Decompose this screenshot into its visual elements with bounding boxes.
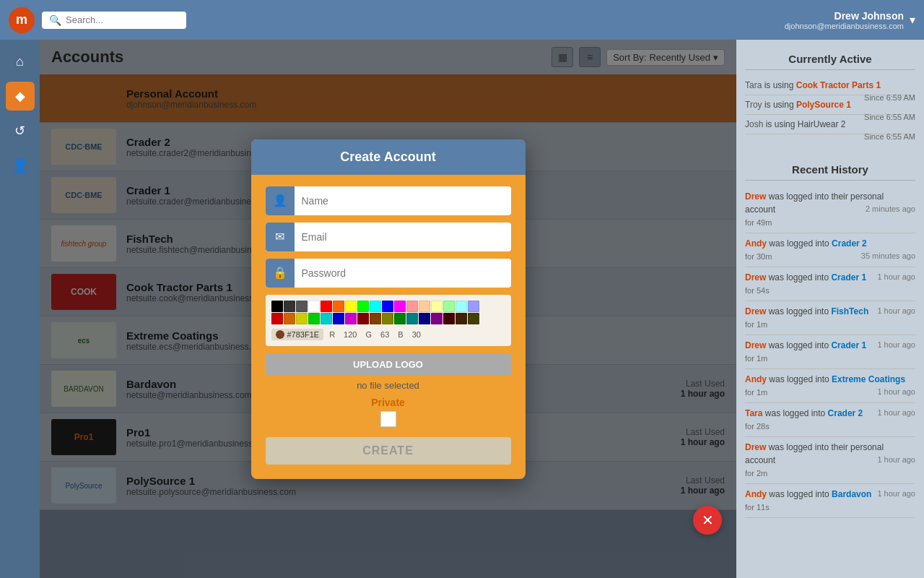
color-swatch[interactable] [333, 313, 344, 324]
app-logo[interactable]: m [9, 7, 35, 33]
history-item: Andy was logged into Bardavon 1 hour ago… [745, 484, 915, 518]
color-swatch[interactable] [271, 313, 283, 324]
history-time: 1 hour ago [877, 407, 915, 419]
modal-overlay: Create Account 👤 ✉ 🔒 [40, 40, 736, 578]
g-value: 63 [380, 330, 389, 339]
right-panel: Currently Active Tara is using Cook Trac… [736, 40, 924, 578]
history-person: Andy [745, 374, 767, 384]
history-item: Andy was logged into Crader 2 35 minutes… [745, 233, 915, 267]
currently-active-section: Currently Active Tara is using Cook Trac… [736, 40, 924, 150]
color-swatch[interactable] [370, 301, 381, 312]
history-person: Drew [745, 442, 766, 452]
color-swatch[interactable] [333, 301, 344, 312]
create-button[interactable]: CREATE [266, 437, 511, 465]
history-person: Drew [745, 340, 766, 350]
r-label: R [329, 330, 335, 339]
history-duration: for 11s [745, 503, 770, 512]
color-swatch[interactable] [468, 301, 479, 312]
history-person: Andy [745, 489, 767, 499]
color-swatch[interactable] [284, 301, 295, 312]
b-value: 30 [412, 330, 421, 339]
active-since: Since 6:55 AM [864, 131, 915, 143]
name-field[interactable] [295, 188, 511, 214]
password-field[interactable] [295, 260, 511, 286]
color-swatch[interactable] [345, 313, 357, 324]
color-swatch[interactable] [406, 301, 418, 312]
color-swatch[interactable] [370, 313, 381, 324]
color-swatch[interactable] [382, 301, 393, 312]
history-account: Extreme Coatings [832, 374, 905, 384]
navbar-right: Drew Johnson djohnson@meridianbusiness.c… [785, 10, 915, 30]
color-swatch[interactable] [443, 313, 455, 324]
color-swatch[interactable] [468, 313, 479, 324]
close-icon: ✕ [702, 512, 714, 529]
color-swatch[interactable] [321, 313, 332, 324]
color-swatch[interactable] [284, 313, 295, 324]
color-grid [271, 301, 505, 324]
no-file-text: no file selected [266, 380, 511, 391]
private-checkbox[interactable] [380, 411, 396, 427]
color-swatch[interactable] [308, 301, 320, 312]
color-swatch[interactable] [394, 313, 406, 324]
active-user: Troy [745, 100, 762, 110]
user-email: djohnson@meridianbusiness.com [785, 22, 904, 30]
history-account: FishTech [831, 306, 868, 316]
color-swatch[interactable] [419, 301, 430, 312]
color-swatch[interactable] [456, 301, 467, 312]
navbar: m 🔍 Drew Johnson djohnson@meridianbusine… [0, 0, 924, 40]
history-item: Drew was logged into their personal acco… [745, 437, 915, 484]
history-time: 1 hour ago [877, 488, 915, 500]
search-input[interactable] [66, 14, 179, 25]
color-swatch[interactable] [321, 301, 332, 312]
create-account-modal: Create Account 👤 ✉ 🔒 [251, 139, 526, 479]
sidebar-item-user[interactable]: 👤 [6, 151, 35, 180]
active-since: Since 6:55 AM [864, 111, 915, 124]
history-person: Tara [745, 408, 762, 418]
email-input-group: ✉ [266, 223, 511, 251]
history-duration: for 49m [745, 218, 772, 227]
color-swatch[interactable] [406, 313, 418, 324]
history-account: Bardavon [832, 489, 871, 499]
active-since: Since 6:59 AM [864, 92, 915, 104]
color-swatch[interactable] [296, 301, 308, 312]
color-info: #783F1E R 120 G 63 B 30 [271, 329, 505, 340]
chevron-down-icon[interactable]: ▾ [910, 13, 915, 27]
color-swatch[interactable] [308, 313, 320, 324]
color-swatch[interactable] [357, 313, 369, 324]
search-box[interactable]: 🔍 [42, 12, 186, 29]
color-swatch[interactable] [443, 301, 455, 312]
sidebar-item-history[interactable]: ↺ [6, 116, 35, 145]
user-info: Drew Johnson djohnson@meridianbusiness.c… [785, 10, 904, 30]
color-swatch[interactable] [382, 313, 393, 324]
upload-logo-button[interactable]: UPLOAD LOGO [266, 353, 511, 376]
close-button[interactable]: ✕ [693, 506, 722, 535]
color-swatch[interactable] [456, 313, 467, 324]
history-item: Drew was logged into FishTech 1 hour ago… [745, 301, 915, 335]
active-account: PolySource 1 [796, 100, 851, 110]
email-field[interactable] [295, 224, 511, 250]
color-swatch[interactable] [431, 301, 443, 312]
color-swatch[interactable] [345, 301, 357, 312]
b-label: B [398, 330, 403, 339]
private-checkbox-container [266, 411, 511, 427]
color-swatch[interactable] [296, 313, 308, 324]
sidebar: ⌂ ◆ ↺ 👤 [0, 40, 40, 578]
rgb-values: R 120 G 63 B 30 [329, 330, 421, 339]
color-swatch[interactable] [419, 313, 430, 324]
active-user: Tara [745, 80, 762, 90]
color-swatch[interactable] [271, 301, 283, 312]
color-preview [276, 330, 284, 339]
color-swatch[interactable] [431, 313, 443, 324]
sidebar-item-bookmark[interactable]: ◆ [6, 82, 35, 111]
color-swatch[interactable] [357, 301, 369, 312]
sidebar-item-home[interactable]: ⌂ [6, 47, 35, 76]
history-time: 35 minutes ago [861, 250, 915, 262]
navbar-left: m 🔍 [9, 7, 186, 33]
active-item: Tara is using Cook Tractor Parts 1 Since… [745, 76, 915, 95]
history-person: Andy [745, 238, 767, 249]
history-account: Crader 2 [832, 238, 867, 249]
color-swatch[interactable] [394, 301, 406, 312]
history-person: Drew [745, 306, 766, 316]
r-value: 120 [344, 330, 357, 339]
history-item: Tara was logged into Crader 2 1 hour ago… [745, 403, 915, 437]
